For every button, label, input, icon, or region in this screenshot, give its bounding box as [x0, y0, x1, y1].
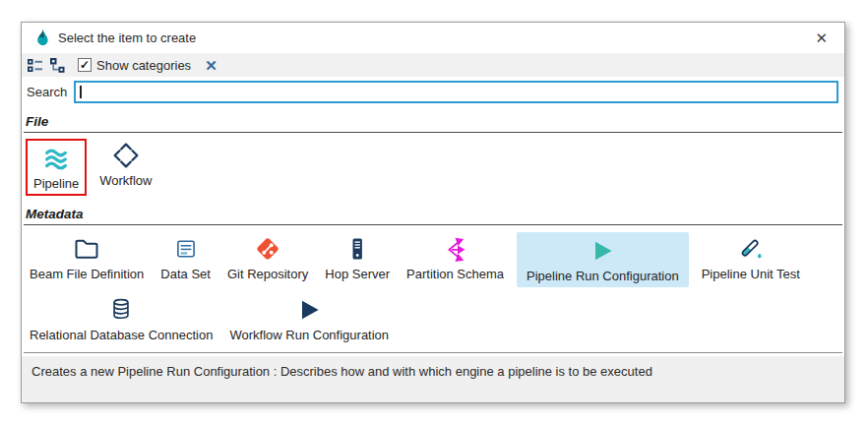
- item-label: Hop Server: [325, 267, 390, 281]
- search-input[interactable]: [74, 81, 838, 103]
- item-workflow-run-configuration[interactable]: Workflow Run Configuration: [225, 293, 393, 344]
- dialog-title: Select the item to create: [58, 30, 196, 45]
- description-text: Creates a new Pipeline Run Configuration…: [31, 364, 652, 379]
- git-icon: [254, 234, 281, 264]
- text-caret: [80, 86, 82, 98]
- file-items-row: Pipeline Workflow: [22, 133, 844, 200]
- metadata-items-row-1: Beam File Definition Data Set: [22, 225, 844, 291]
- title-bar: Select the item to create ✕: [22, 23, 844, 53]
- item-label: Pipeline Run Configuration: [527, 269, 679, 283]
- play-navy-icon: [295, 295, 323, 325]
- category-heading-file: File: [24, 109, 842, 133]
- item-git-repository[interactable]: Git Repository: [223, 232, 312, 283]
- search-input-field[interactable]: [76, 83, 837, 101]
- description-panel: Creates a new Pipeline Run Configuration…: [22, 356, 844, 402]
- play-teal-icon: [589, 236, 616, 266]
- item-label: Beam File Definition: [30, 267, 144, 281]
- item-workflow[interactable]: Workflow: [95, 139, 155, 190]
- screen: Select the item to create ✕ ✓: [0, 0, 868, 424]
- hop-logo-icon: [34, 29, 50, 47]
- item-pipeline[interactable]: Pipeline: [30, 142, 83, 193]
- item-label: Relational Database Connection: [30, 328, 213, 342]
- item-label: Git Repository: [227, 267, 308, 281]
- item-pipeline-run-configuration[interactable]: Pipeline Run Configuration: [517, 232, 689, 287]
- search-label: Search: [26, 85, 67, 99]
- show-categories-checkbox[interactable]: ✓: [78, 58, 92, 72]
- data-set-icon: [173, 234, 199, 264]
- category-heading-metadata: Metadata: [24, 202, 842, 225]
- item-beam-file-definition[interactable]: Beam File Definition: [26, 232, 148, 283]
- show-categories-toggle[interactable]: ✓ Show categories: [78, 58, 191, 73]
- item-label: Workflow Run Configuration: [229, 328, 389, 342]
- metadata-items-row-2: Relational Database Connection Workflow …: [22, 291, 844, 350]
- item-label: Pipeline: [33, 176, 79, 191]
- tree-view-icon[interactable]: [49, 57, 66, 74]
- item-pipeline-unit-test[interactable]: Pipeline Unit Test: [698, 232, 804, 283]
- list-separator: [24, 352, 842, 353]
- toolbar: ✓ Show categories ✕: [22, 53, 844, 77]
- select-item-dialog: Select the item to create ✕ ✓: [21, 22, 845, 403]
- server-icon: [344, 234, 370, 264]
- item-partition-schema[interactable]: Partition Schema: [403, 232, 508, 283]
- item-relational-database-connection[interactable]: Relational Database Connection: [26, 293, 217, 344]
- item-hop-server[interactable]: Hop Server: [321, 232, 394, 283]
- close-icon[interactable]: ✕: [811, 29, 832, 47]
- database-icon: [108, 295, 134, 325]
- item-data-set[interactable]: Data Set: [156, 232, 215, 283]
- list-view-icon[interactable]: [27, 57, 43, 74]
- pipeline-waves-icon: [41, 144, 71, 173]
- item-label: Partition Schema: [406, 267, 504, 281]
- clear-search-icon[interactable]: ✕: [205, 58, 217, 73]
- item-label: Data Set: [160, 267, 211, 281]
- test-tube-icon: [737, 234, 765, 264]
- partition-arrows-icon: [443, 234, 468, 264]
- show-categories-label: Show categories: [96, 58, 191, 73]
- search-row: Search: [22, 77, 844, 107]
- red-annotation-box: Pipeline: [26, 139, 87, 196]
- folder-icon: [73, 234, 100, 264]
- item-label: Workflow: [99, 173, 152, 188]
- item-label: Pipeline Unit Test: [702, 267, 800, 281]
- workflow-diamond-icon: [112, 141, 140, 170]
